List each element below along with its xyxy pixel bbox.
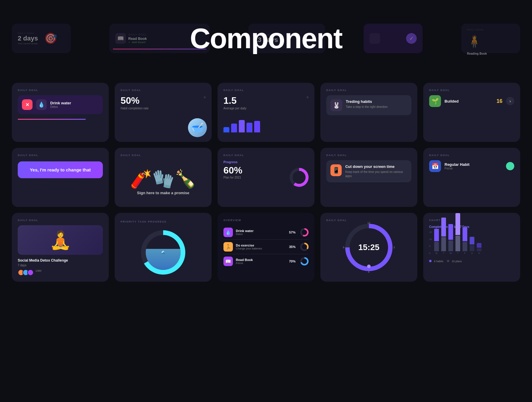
- legend-plans: 20 plans: [447, 258, 462, 263]
- arrow-button[interactable]: ›: [506, 97, 514, 105]
- day-M: M: [436, 252, 438, 255]
- cb-plans-T2: [455, 236, 460, 251]
- card-overview: OVERVIEW 💧 Drink water Detox 57% 🏃: [218, 213, 314, 282]
- trending-inner: 🐰 Treding habits Take a step in the righ…: [326, 95, 411, 115]
- hcard-label-1: DAILY GOAL: [18, 32, 38, 35]
- card-progress-60: DAILY GOAL Progress 60% Plan for 2021: [218, 148, 314, 207]
- social-days: 7 days: [18, 264, 103, 267]
- cb-habits-S1: [470, 237, 474, 244]
- card-social-detox: DAILY GOAL 🧘 Social Media Detox Challeng…: [12, 213, 109, 282]
- card-50pct: DAILY GOAL 50% Habit completion rate ≡ 🥣: [115, 83, 212, 142]
- plans-dot: [447, 260, 449, 262]
- card-trending-habits: DAILY GOAL 🐰 Treding habits Take a step …: [320, 83, 417, 142]
- ov-icon-2: 🏃: [223, 242, 233, 252]
- drink-water-inner: ✕ 💧 Drink water Detox: [18, 95, 103, 114]
- day-T1: T: [443, 252, 444, 255]
- social-title: Social Media Detox Challenge: [18, 258, 103, 262]
- avatar-3: [27, 269, 34, 276]
- trending-title: Treding habits: [346, 99, 387, 104]
- ov-name-1: Drink water: [236, 229, 286, 233]
- card-label-r2-2: DAILY GOAL: [121, 154, 206, 157]
- card-yes-ready: DAILY GOAL Yes, I'm ready to change that: [12, 148, 109, 207]
- card-cut-screentime: DAILY GOAL 📱 Cut down your screen time K…: [320, 148, 417, 207]
- clock-3: 3: [393, 246, 395, 249]
- bar-chart: [223, 115, 309, 132]
- ov-icon-1: 💧: [223, 228, 233, 237]
- ov-pct-2: 35%: [289, 245, 296, 249]
- habit-title: Regular Habit: [445, 162, 502, 167]
- day-F: F: [464, 252, 466, 255]
- ov-tag-2: Change your batteries: [236, 247, 286, 250]
- cb-plans-T1: [441, 237, 446, 251]
- grid-row-1: DAILY GOAL ✕ 💧 Drink water Detox DAILY G…: [12, 83, 520, 142]
- cb-plans-M: [434, 242, 439, 251]
- day-T2: T: [457, 252, 458, 255]
- overview-item-3: 📖 Read Book Focus 70%: [223, 254, 309, 268]
- social-img: 🧘: [18, 225, 103, 255]
- bar-4: [246, 123, 252, 132]
- ov-ring-inner-1: [302, 230, 307, 235]
- card-priority-task: PRIORITY TASK PROGRESS 🌊: [115, 213, 212, 282]
- card-chart: CHART Completed in the last 7 Days 15 10…: [423, 213, 520, 282]
- fireworks-icon: 🧨🧤🍾: [130, 168, 197, 189]
- day-S1: S: [471, 252, 473, 255]
- ov-ring-inner-3: [302, 259, 307, 264]
- bar-col-T2: T: [455, 213, 460, 255]
- cb-habits-M: [434, 229, 439, 241]
- habits-dot: [429, 260, 432, 262]
- bar-1: [223, 127, 229, 132]
- bar-col-S2: S: [477, 243, 481, 255]
- legend-habits: 6 habits: [429, 258, 443, 263]
- calendar-icon: 📅: [429, 160, 441, 172]
- avg-num: 1.5: [223, 95, 246, 106]
- toggle-switch[interactable]: [506, 162, 514, 170]
- hcard-name: Read Book: [128, 37, 147, 41]
- grid-row-3: DAILY GOAL 🧘 Social Media Detox Challeng…: [12, 213, 520, 282]
- bar-col-M: M: [434, 229, 439, 255]
- dark-icon: [369, 33, 380, 44]
- overview-list: 💧 Drink water Detox 57% 🏃 Do exercise Ch…: [223, 225, 309, 268]
- y-0: 0: [429, 252, 432, 255]
- header-card-streak: DAILY GOAL 2 days Your current streak 🎯: [12, 24, 71, 53]
- check-icon: ✓: [406, 33, 417, 44]
- rabbit-icon: 🐰: [330, 99, 342, 111]
- cb-plans-F: [463, 242, 467, 251]
- donut-chart: [290, 168, 309, 187]
- cut-title: Cut down your screen time: [345, 164, 407, 169]
- card-label-1: DAILY GOAL: [18, 89, 103, 92]
- pct-sub: Habit completion rate: [121, 107, 149, 110]
- bar-col-F: F: [463, 227, 467, 255]
- card-label-4: DAILY GOAL: [326, 89, 411, 92]
- bowl-icon: 🥣: [188, 118, 207, 137]
- clock-9: 9: [343, 246, 344, 249]
- hcard-num: 2 days: [18, 35, 38, 42]
- card-label-r3-2: PRIORITY TASK PROGRESS: [121, 220, 206, 223]
- chart-area: 15 10 5 0 M T: [429, 231, 514, 257]
- avatars-row: 1360: [18, 269, 103, 276]
- sign-text: Sign here to make a promise: [137, 191, 189, 195]
- person-icon: 🧍: [467, 35, 482, 48]
- ov-name-3: Read Book: [236, 258, 286, 262]
- leaf-icon: 🌱: [429, 95, 441, 107]
- prog-label: Progress: [223, 160, 309, 164]
- page-title: Component: [190, 22, 342, 55]
- card-label-r2-3: DAILY GOAL: [223, 154, 309, 157]
- clock-6: 6: [368, 270, 369, 273]
- water-area: 🌊: [146, 235, 181, 270]
- chart-legend: 6 habits 20 plans: [429, 258, 514, 263]
- hcard-sub: Your current streak: [18, 42, 38, 45]
- yes-button[interactable]: Yes, I'm ready to change that: [18, 161, 103, 178]
- hcard-status: ✓ Well done!!!: [128, 41, 147, 44]
- bar-2: [231, 124, 237, 132]
- x-button[interactable]: ✕: [22, 99, 33, 110]
- card-15avg: DAILY GOAL 1.5 Average per daily ≡: [218, 83, 314, 142]
- grid-section: DAILY GOAL ✕ 💧 Drink water Detox DAILY G…: [0, 77, 532, 294]
- cb-plans-W: [448, 240, 453, 251]
- ov-pct-3: 70%: [289, 260, 296, 263]
- overview-item-1: 💧 Drink water Detox 57%: [223, 225, 309, 240]
- donut-inner: [293, 171, 306, 184]
- cb-habits-T2: [455, 213, 460, 235]
- day-S2: S: [478, 252, 480, 255]
- target-icon: 🎯: [44, 32, 57, 45]
- hcard-label-2: DAILY GOAL: [128, 33, 147, 36]
